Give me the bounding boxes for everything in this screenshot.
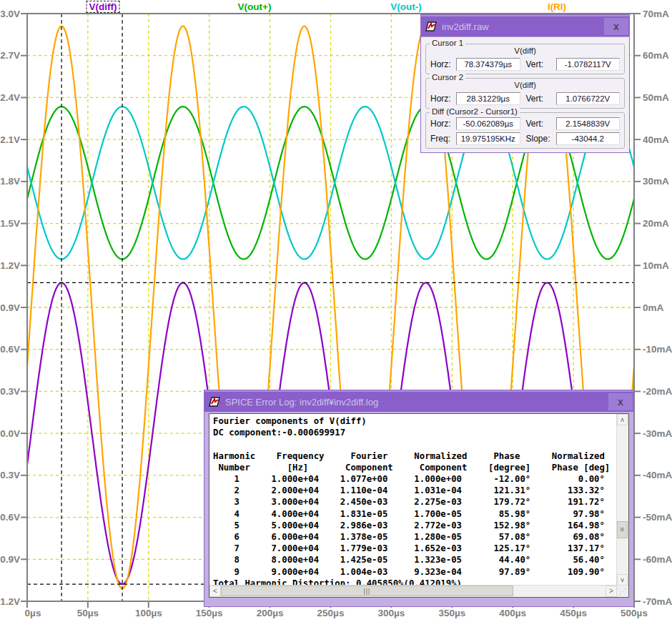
close-icon[interactable]: x <box>608 393 633 410</box>
diff-vert-value[interactable]: 2.1548839V <box>556 117 621 130</box>
x-axis-tick-label: 200µs <box>257 608 284 618</box>
diff-slope-label: Slope: <box>526 134 556 144</box>
resize-grip-icon[interactable]: ⋰ <box>617 586 628 597</box>
diff-freq-label: Freq: <box>430 134 456 144</box>
right-axis-tick-label: -60mA <box>643 554 672 565</box>
right-axis-tick-label: -20mA <box>643 386 672 397</box>
horizontal-scroll-track[interactable]: ||| <box>221 586 606 597</box>
horizontal-scrollbar[interactable]: < ||| > ⋰ <box>209 585 628 597</box>
cursor1-vert-value[interactable]: -1.0782117V <box>556 58 621 71</box>
cursor2-group-label: Cursor 2 <box>430 73 465 82</box>
cursor2-vert-label: Vert: <box>526 94 556 104</box>
cursor-window-body: Cursor 1 V(diff) Horz: 78.374379µs Vert:… <box>421 36 629 152</box>
log-content: Fourier components of V(diff) DC compone… <box>209 413 629 598</box>
left-axis-tick-label: 1.5V <box>0 218 20 229</box>
right-axis-tick-label: 60mA <box>643 50 669 61</box>
right-axis-tick-label: -70mA <box>643 596 672 607</box>
left-axis-tick-label: -0.6V <box>0 512 20 523</box>
left-axis-tick-label: -1.2V <box>0 596 20 607</box>
cursor1-trace-name: V(diff) <box>430 46 620 56</box>
cursor1-vert-label: Vert: <box>526 59 556 69</box>
log-window-titlebar[interactable]: SPICE Error Log: inv2diff¥inv2diff.log x <box>204 390 633 412</box>
cursor1-horz-value[interactable]: 78.374379µs <box>456 58 520 71</box>
cursor-diff-group: Diff (Cursor2 - Cursor1) Horz: -50.06208… <box>425 112 625 149</box>
left-axis-tick-label: 0.3V <box>0 386 20 397</box>
x-axis-tick-label: 400µs <box>499 608 526 618</box>
x-axis-tick-label: 100µs <box>135 608 162 618</box>
x-axis-tick-label: 450µs <box>560 608 587 618</box>
cursor1-horz-label: Horz: <box>430 59 456 69</box>
x-axis-tick-label: 250µs <box>317 608 345 618</box>
left-axis-tick-label: 1.8V <box>0 176 20 187</box>
x-axis-tick-label: 500µs <box>621 608 648 618</box>
left-axis-tick-label: 2.1V <box>0 134 20 145</box>
left-axis-tick-label: -0.9V <box>0 554 20 565</box>
cursor2-horz-value[interactable]: 28.31229µs <box>456 92 520 105</box>
trace-legend: V(diff) V(out+) V(out-) I(RI) <box>0 0 672 14</box>
left-axis-tick-label: 1.2V <box>0 260 20 271</box>
diff-slope-value[interactable]: -43044.2 <box>556 132 621 145</box>
vertical-scroll-thumb[interactable]: ≡ <box>617 521 628 538</box>
legend-voutp[interactable]: V(out+) <box>235 1 275 13</box>
cursor2-vert-value[interactable]: 1.0766722V <box>556 92 621 105</box>
right-axis-tick-label: -30mA <box>643 428 672 439</box>
cursor1-group: Cursor 1 V(diff) Horz: 78.374379µs Vert:… <box>425 44 625 74</box>
ltspice-waveform-viewer: 3.0V2.7V2.4V2.1V1.8V1.5V1.2V0.9V0.6V0.3V… <box>0 0 672 622</box>
left-axis-tick-label: 0.0V <box>0 428 20 439</box>
cursor1-group-label: Cursor 1 <box>430 39 465 47</box>
scroll-right-icon[interactable]: > <box>606 586 617 597</box>
log-window-title: SPICE Error Log: inv2diff¥inv2diff.log <box>225 397 608 408</box>
x-axis-tick-label: 300µs <box>377 608 405 618</box>
cursor-diff-group-label: Diff (Cursor2 - Cursor1) <box>430 107 520 116</box>
cursor-window-title: inv2diff.raw <box>442 21 604 32</box>
ltspice-logo-icon <box>208 396 221 408</box>
right-axis-tick-label: -40mA <box>643 470 672 480</box>
left-axis-tick-label: 0.6V <box>0 344 20 355</box>
right-axis-tick-label: -50mA <box>643 512 672 523</box>
left-axis-tick-label: 2.4V <box>0 92 20 103</box>
left-axis-tick-label: -0.3V <box>0 470 20 480</box>
diff-freq-value[interactable]: 19.975195KHz <box>456 132 520 145</box>
vertical-scrollbar[interactable]: ∧ ≡ ∨ <box>616 414 628 586</box>
diff-horz-value[interactable]: -50.062089µs <box>456 117 520 130</box>
x-axis-tick-label: 50µs <box>77 608 99 618</box>
left-axis-tick-label: 0.9V <box>0 302 20 313</box>
right-axis-tick-label: 10mA <box>643 260 669 271</box>
legend-voutm[interactable]: V(out-) <box>387 1 424 13</box>
right-axis-tick-label: 40mA <box>643 134 669 145</box>
right-axis-tick-label: -10mA <box>643 344 672 355</box>
scroll-down-icon[interactable]: ∨ <box>617 574 628 586</box>
legend-iri[interactable]: I(RI) <box>545 1 569 13</box>
legend-vdiff[interactable]: V(diff) <box>87 1 120 13</box>
x-axis-tick-label: 350µs <box>438 608 465 618</box>
scroll-up-icon[interactable]: ∧ <box>617 414 628 425</box>
right-axis-tick-label: 0mA <box>643 302 664 313</box>
scroll-left-icon[interactable]: < <box>209 586 221 597</box>
cursor-window-titlebar[interactable]: inv2diff.raw x <box>421 15 629 36</box>
cursor2-group: Cursor 2 V(diff) Horz: 28.31229µs Vert: … <box>425 78 625 109</box>
cursor-window: inv2diff.raw x Cursor 1 V(diff) Horz: 78… <box>420 14 630 153</box>
right-axis-tick-label: 50mA <box>643 92 669 103</box>
x-axis-tick-label: 150µs <box>196 608 223 618</box>
x-axis-tick-label: 0µs <box>25 608 41 618</box>
diff-horz-label: Horz: <box>430 119 456 129</box>
fourier-report-text: Fourier components of V(diff) DC compone… <box>209 414 628 589</box>
left-axis-tick-label: 2.7V <box>0 50 20 61</box>
right-axis-tick-label: 30mA <box>643 176 669 187</box>
close-icon[interactable]: x <box>604 18 628 35</box>
diff-vert-label: Vert: <box>526 119 556 129</box>
cursor2-trace-name: V(diff) <box>430 81 620 90</box>
horizontal-scroll-thumb[interactable]: ||| <box>221 586 513 596</box>
spice-error-log-window: SPICE Error Log: inv2diff¥inv2diff.log x… <box>204 390 634 607</box>
ltspice-logo-icon <box>425 21 438 32</box>
cursor2-horz-label: Horz: <box>430 94 456 104</box>
right-axis-tick-label: 20mA <box>643 218 669 229</box>
